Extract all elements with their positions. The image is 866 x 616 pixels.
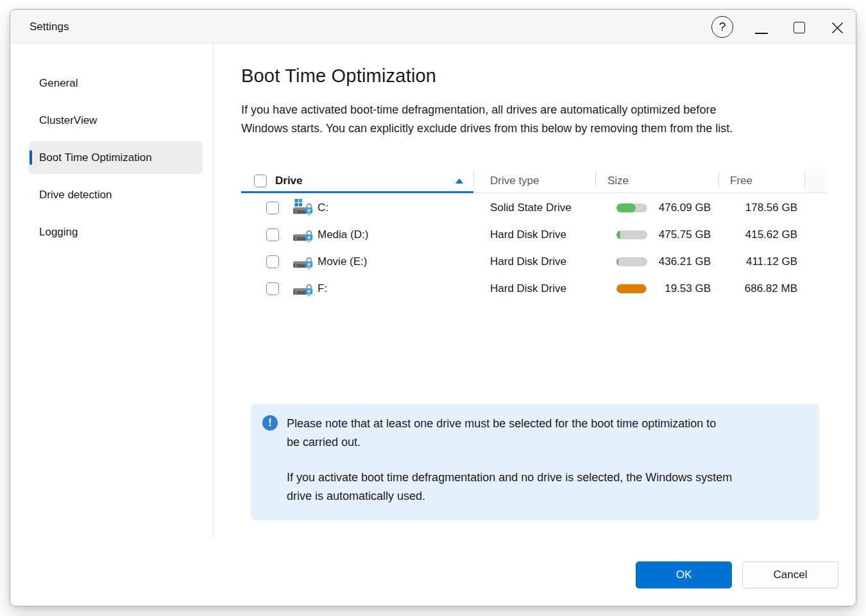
table-header: Drive Drive type Size Free [241, 169, 828, 193]
close-button[interactable] [828, 19, 846, 37]
drive-name: Media (D:) [318, 228, 368, 241]
table-row[interactable]: Movie (E:)Hard Disk Drive436.21 GB411.12… [241, 248, 828, 275]
sidebar-item-label: General [39, 77, 78, 90]
cell-drive: F: [241, 279, 473, 298]
info-notice-text: Please note that at least one drive must… [287, 415, 794, 505]
help-icon: ? [719, 20, 726, 34]
info-icon: ! [262, 415, 278, 431]
maximize-icon [794, 22, 805, 33]
table-row[interactable]: Media (D:)Hard Disk Drive475.75 GB415.62… [241, 221, 828, 248]
cell-drive-type: Solid State Drive [473, 201, 595, 214]
notice-line: Please note that at least one drive must… [287, 415, 794, 433]
usage-bar-fill [616, 257, 618, 266]
column-header-free[interactable]: Free [718, 169, 804, 193]
usage-bar-fill [616, 203, 636, 212]
ok-button[interactable]: OK [636, 561, 732, 588]
size-value: 436.21 GB [647, 255, 718, 268]
hard-disk-icon [293, 225, 314, 244]
column-header-filler [804, 169, 828, 193]
sidebar-item-label: Boot Time Optimization [39, 151, 152, 164]
cell-size: 19.53 GB [595, 282, 718, 295]
column-header-drive[interactable]: Drive [241, 169, 473, 193]
notice-paragraph: If you activate boot time defragmentatio… [287, 468, 794, 505]
usage-bar [616, 203, 647, 212]
column-header-drive-type[interactable]: Drive type [473, 169, 595, 193]
drive-name: C: [318, 201, 328, 214]
minimize-button[interactable] [752, 19, 770, 37]
close-icon [831, 21, 844, 35]
sidebar-item-general[interactable]: General [29, 67, 203, 99]
maximize-button[interactable] [790, 19, 808, 37]
drive-name: F: [318, 282, 327, 295]
drive-checkbox[interactable] [266, 255, 279, 268]
sidebar-item-boot-time-optimization[interactable]: Boot Time Optimization [29, 141, 203, 174]
drive-checkbox[interactable] [266, 228, 279, 241]
hard-disk-icon [293, 279, 314, 298]
cell-drive-type: Hard Disk Drive [473, 255, 595, 268]
usage-bar-fill [616, 284, 646, 293]
description-line: Windows starts. You can explicitly exclu… [241, 119, 733, 138]
info-notice: ! Please note that at least one drive mu… [251, 404, 819, 520]
free-value: 415.62 GB [718, 228, 804, 241]
usage-bar [616, 230, 647, 239]
size-value: 476.09 GB [647, 201, 718, 214]
size-value: 19.53 GB [647, 282, 718, 295]
page-title: Boot Time Optimization [241, 65, 436, 87]
main-panel: Boot Time Optimization If you have activ… [214, 44, 856, 606]
column-label-free: Free [730, 175, 752, 187]
page-description: If you have activated boot-time defragme… [241, 101, 733, 137]
select-all-checkbox[interactable] [254, 175, 267, 187]
usage-bar [616, 257, 647, 266]
table-row[interactable]: F:Hard Disk Drive19.53 GB686.82 MB [241, 275, 828, 302]
free-value: 178.56 GB [718, 201, 804, 214]
table-row[interactable]: C:Solid State Drive476.09 GB178.56 GB [241, 194, 828, 221]
sidebar-item-label: ClusterView [39, 114, 97, 127]
cell-drive-type: Hard Disk Drive [473, 228, 595, 241]
window-body: GeneralClusterViewBoot Time Optimization… [10, 44, 856, 606]
column-label-drive-type: Drive type [490, 175, 539, 187]
notice-line: be carried out. [287, 433, 794, 452]
column-label-size: Size [607, 175, 629, 187]
column-label-drive: Drive [275, 175, 303, 187]
sidebar-item-logging[interactable]: Logging [29, 216, 203, 248]
settings-window: Settings ? GeneralClusterViewBoot Time O… [10, 9, 856, 606]
sidebar-item-drive-detection[interactable]: Drive detection [29, 178, 203, 211]
sidebar-item-label: Logging [39, 226, 78, 239]
table-body: C:Solid State Drive476.09 GB178.56 GBMed… [241, 193, 828, 302]
sort-ascending-icon [455, 178, 463, 184]
sidebar: GeneralClusterViewBoot Time Optimization… [10, 44, 213, 606]
usage-bar [616, 284, 647, 293]
sidebar-item-label: Drive detection [39, 189, 112, 201]
free-value: 411.12 GB [718, 255, 804, 268]
cell-size: 436.21 GB [595, 255, 718, 268]
cancel-button[interactable]: Cancel [742, 561, 838, 588]
hard-disk-icon [293, 252, 314, 271]
cell-size: 475.75 GB [595, 228, 718, 241]
usage-bar-fill [616, 230, 620, 239]
free-value: 686.82 MB [718, 282, 804, 295]
notice-paragraph: Please note that at least one drive must… [287, 415, 794, 451]
cell-drive: Media (D:) [241, 225, 473, 244]
cell-drive-type: Hard Disk Drive [473, 282, 595, 295]
size-value: 475.75 GB [647, 228, 718, 241]
help-button[interactable]: ? [711, 16, 733, 38]
drive-checkbox[interactable] [266, 201, 279, 214]
titlebar: Settings ? [10, 10, 856, 44]
sidebar-item-clusterview[interactable]: ClusterView [29, 104, 203, 137]
notice-line: drive is automatically used. [287, 487, 794, 506]
notice-line: If you activate boot time defragmentatio… [287, 468, 794, 487]
cell-drive: Movie (E:) [241, 252, 473, 271]
cell-size: 476.09 GB [595, 201, 718, 214]
drive-checkbox[interactable] [266, 282, 279, 295]
cell-drive: C: [241, 198, 473, 218]
column-header-size[interactable]: Size [595, 169, 718, 193]
drive-name: Movie (E:) [318, 255, 367, 268]
description-line: If you have activated boot-time defragme… [241, 101, 733, 119]
minimize-icon [755, 33, 768, 34]
system-drive-icon [293, 198, 314, 218]
drives-table: Drive Drive type Size Free C:Solid State… [241, 169, 828, 302]
window-title: Settings [30, 10, 69, 44]
